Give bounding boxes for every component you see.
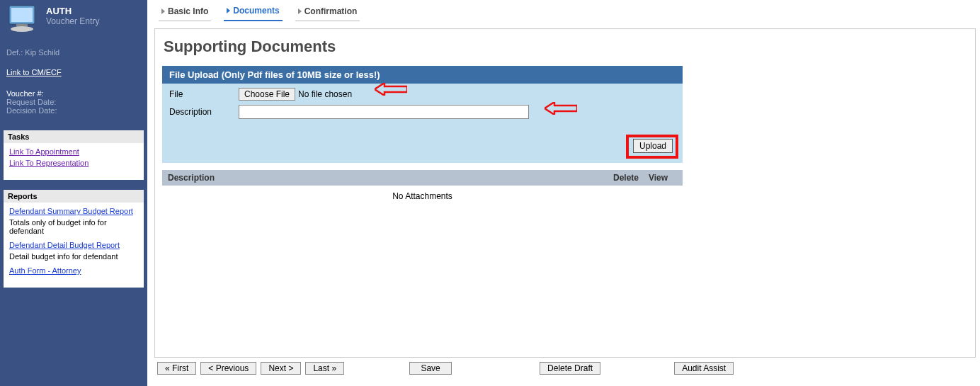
previous-button[interactable]: < Previous <box>200 362 256 375</box>
upload-panel-title: File Upload (Only Pdf files of 10MB size… <box>162 66 683 84</box>
svg-point-3 <box>11 26 33 32</box>
reports-panel: Reports Defendant Summary Budget Report … <box>4 190 144 288</box>
first-button[interactable]: « First <box>157 362 196 375</box>
col-view-header: View <box>649 173 677 183</box>
link-to-representation[interactable]: Link To Representation <box>9 159 89 167</box>
file-status-text: No file chosen <box>298 89 352 99</box>
upload-button[interactable]: Upload <box>633 139 673 153</box>
last-button[interactable]: Last » <box>305 362 344 375</box>
reports-header: Reports <box>4 190 144 203</box>
link-cm-ecf[interactable]: Link to CM/ECF <box>4 62 144 82</box>
wizard-tabs: Basic Info Documents Confirmation <box>154 3 976 21</box>
tab-documents[interactable]: Documents <box>224 3 282 21</box>
no-attachments-text: No Attachments <box>162 186 683 207</box>
decision-date-label: Decision Date: <box>6 106 141 115</box>
next-button[interactable]: Next > <box>261 362 301 375</box>
report-detail-budget[interactable]: Defendant Detail Budget Report <box>9 241 120 249</box>
tasks-header: Tasks <box>4 130 144 143</box>
request-date-label: Request Date: <box>6 98 141 106</box>
caret-right-icon <box>227 8 230 13</box>
content-frame: Supporting Documents File Upload (Only P… <box>154 28 976 358</box>
defendant-label: Def.: Kip Schild <box>4 37 144 62</box>
upload-panel: File Upload (Only Pdf files of 10MB size… <box>162 66 683 163</box>
delete-draft-button[interactable]: Delete Draft <box>540 362 600 375</box>
col-description-header: Description <box>168 173 613 183</box>
col-delete-header: Delete <box>613 173 649 183</box>
description-label: Description <box>169 107 239 117</box>
report-summary-budget[interactable]: Defendant Summary Budget Report <box>9 207 133 215</box>
voucher-number-label: Voucher #: <box>6 89 141 98</box>
caret-right-icon <box>298 8 302 14</box>
description-input[interactable] <box>239 105 529 119</box>
report-summary-budget-desc: Totals only of budget info for defendant <box>9 218 138 235</box>
report-auth-form-attorney[interactable]: Auth Form - Attorney <box>9 266 81 275</box>
save-button[interactable]: Save <box>409 362 452 375</box>
tab-basic-info[interactable]: Basic Info <box>159 3 211 21</box>
caret-right-icon <box>161 8 165 14</box>
main-content: Basic Info Documents Confirmation Suppor… <box>147 0 980 386</box>
link-to-appointment[interactable]: Link To Appointment <box>9 147 79 156</box>
svg-rect-2 <box>16 24 28 26</box>
monitor-icon <box>6 4 40 33</box>
attachments-table-header: Description Delete View <box>162 170 683 186</box>
audit-assist-button[interactable]: Audit Assist <box>674 362 734 375</box>
svg-rect-1 <box>11 8 33 22</box>
app-title: AUTH <box>46 6 99 16</box>
choose-file-button[interactable]: Choose File <box>239 88 295 101</box>
file-label: File <box>169 89 239 99</box>
voucher-info: Voucher #: Request Date: Decision Date: <box>4 82 144 120</box>
sidebar: AUTH Voucher Entry Def.: Kip Schild Link… <box>0 0 147 386</box>
tab-confirmation[interactable]: Confirmation <box>295 3 360 21</box>
tasks-panel: Tasks Link To Appointment Link To Repres… <box>4 130 144 180</box>
page-title: Supporting Documents <box>164 38 968 56</box>
button-bar: « First < Previous Next > Last » Save De… <box>154 358 976 375</box>
report-detail-budget-desc: Detail budget info for defendant <box>9 252 138 261</box>
app-subtitle: Voucher Entry <box>46 16 99 26</box>
